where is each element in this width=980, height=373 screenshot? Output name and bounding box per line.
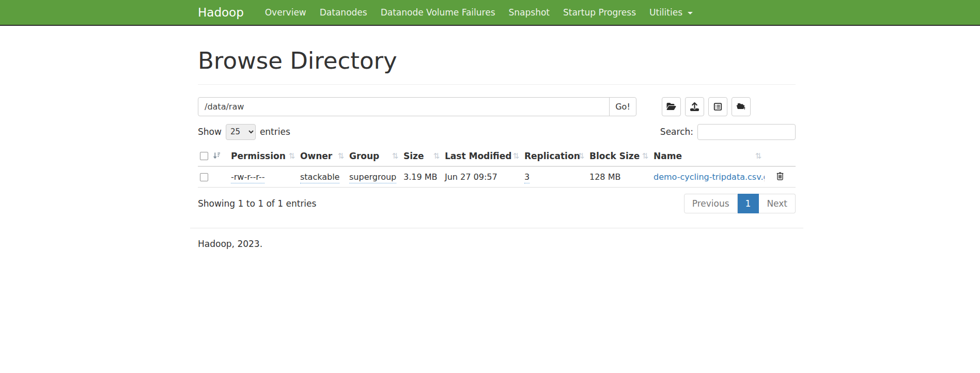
sort-arrows-icon: ⇅ bbox=[392, 151, 398, 161]
sort-arrows-icon: ⇅ bbox=[578, 151, 584, 161]
pagination-page-1[interactable]: 1 bbox=[738, 194, 759, 213]
upload-icon bbox=[690, 102, 699, 111]
replication-value[interactable]: 3 bbox=[524, 172, 530, 183]
table-header-row: Permission⇅ Owner⇅ Group⇅ Size⇅ Last Mod… bbox=[198, 146, 796, 166]
pagination: Previous 1 Next bbox=[684, 194, 796, 213]
entries-summary: Showing 1 to 1 of 1 entries bbox=[198, 198, 316, 209]
entries-label: entries bbox=[260, 127, 290, 137]
page-title: Browse Directory bbox=[198, 48, 796, 74]
column-header-name[interactable]: Name⇅ bbox=[651, 146, 765, 166]
search-label: Search: bbox=[660, 127, 693, 137]
directory-path-input[interactable] bbox=[198, 97, 610, 116]
title-divider bbox=[198, 84, 796, 85]
nav-item-snapshot[interactable]: Snapshot bbox=[502, 0, 556, 25]
delete-file-button[interactable] bbox=[776, 172, 784, 182]
sort-arrows-icon: ⇅ bbox=[512, 151, 519, 161]
folder-open-icon bbox=[666, 102, 676, 111]
nav-item-datanode-volume-failures[interactable]: Datanode Volume Failures bbox=[374, 0, 502, 25]
explorer-toolbar bbox=[662, 97, 751, 116]
nav-item-utilities-label: Utilities bbox=[649, 7, 682, 18]
group-value[interactable]: supergroup bbox=[349, 172, 396, 183]
top-navbar: Hadoop Overview Datanodes Datanode Volum… bbox=[0, 0, 980, 26]
select-all-checkbox[interactable] bbox=[200, 152, 208, 160]
last-modified-value: Jun 27 09:57 bbox=[443, 166, 522, 188]
folder-move-icon bbox=[736, 102, 746, 111]
row-checkbox[interactable] bbox=[200, 173, 208, 181]
sort-arrows-icon: ⇅ bbox=[337, 151, 344, 161]
select-all-header[interactable] bbox=[198, 146, 229, 166]
file-name-link[interactable]: demo-cycling-tripdata.csv.gz bbox=[654, 172, 765, 182]
chevron-down-icon bbox=[688, 12, 693, 14]
cut-paste-button[interactable] bbox=[732, 97, 751, 116]
column-header-size[interactable]: Size⇅ bbox=[401, 146, 443, 166]
pagination-next[interactable]: Next bbox=[759, 194, 796, 213]
brand-hadoop[interactable]: Hadoop bbox=[198, 6, 244, 19]
create-directory-button[interactable] bbox=[662, 97, 681, 116]
column-header-actions bbox=[765, 146, 796, 166]
directory-path-group: Go! bbox=[198, 97, 636, 116]
sort-amount-icon bbox=[213, 151, 221, 161]
footer-divider bbox=[190, 228, 803, 228]
set-quota-button[interactable] bbox=[708, 97, 727, 116]
table-search-input[interactable] bbox=[697, 124, 796, 140]
table-search-control: Search: bbox=[660, 124, 796, 140]
block-size-value: 128 MB bbox=[587, 166, 651, 188]
show-label: Show bbox=[198, 127, 222, 137]
column-header-last-modified[interactable]: Last Modified⇅ bbox=[443, 146, 522, 166]
nav-item-startup-progress[interactable]: Startup Progress bbox=[556, 0, 643, 25]
column-header-permission[interactable]: Permission⇅ bbox=[229, 146, 298, 166]
column-header-owner[interactable]: Owner⇅ bbox=[298, 146, 347, 166]
nav-item-utilities[interactable]: Utilities bbox=[643, 0, 699, 25]
list-alt-icon bbox=[713, 102, 722, 111]
directory-listing-table: Permission⇅ Owner⇅ Group⇅ Size⇅ Last Mod… bbox=[198, 146, 796, 188]
column-header-replication[interactable]: Replication⇅ bbox=[522, 146, 587, 166]
trash-icon bbox=[776, 174, 784, 182]
column-header-block-size[interactable]: Block Size⇅ bbox=[587, 146, 651, 166]
sort-arrows-icon: ⇅ bbox=[433, 151, 440, 161]
nav-item-overview[interactable]: Overview bbox=[258, 0, 313, 25]
sort-arrows-icon: ⇅ bbox=[755, 151, 761, 161]
upload-files-button[interactable] bbox=[685, 97, 704, 116]
size-value: 3.19 MB bbox=[401, 166, 443, 188]
column-header-group[interactable]: Group⇅ bbox=[347, 146, 401, 166]
permission-value[interactable]: -rw-r--r-- bbox=[231, 172, 265, 183]
table-row: -rw-r--r-- stackable supergroup 3.19 MB … bbox=[198, 166, 796, 188]
owner-value[interactable]: stackable bbox=[300, 172, 339, 183]
sort-arrows-icon: ⇅ bbox=[642, 151, 648, 161]
footer-text: Hadoop, 2023. bbox=[198, 239, 796, 249]
go-button[interactable]: Go! bbox=[609, 97, 636, 116]
pagination-previous[interactable]: Previous bbox=[684, 194, 738, 213]
nav-item-datanodes[interactable]: Datanodes bbox=[313, 0, 374, 25]
page-length-select[interactable]: 25 bbox=[226, 124, 256, 140]
page-length-control: Show 25 entries bbox=[198, 124, 290, 140]
sort-arrows-icon: ⇅ bbox=[288, 151, 295, 161]
